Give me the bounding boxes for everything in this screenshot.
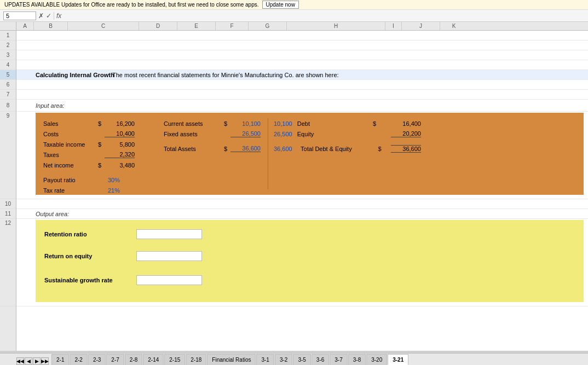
tab-3-2[interactable]: 3-2 — [275, 354, 292, 365]
tab-3-5[interactable]: 3-5 — [293, 354, 310, 365]
debt-dollar: $ — [373, 120, 379, 127]
tab-2-7[interactable]: 2-7 — [106, 354, 124, 365]
row-num-1: 1 — [0, 31, 16, 40]
row-7 — [16, 90, 588, 100]
col-header-D[interactable]: D — [139, 22, 177, 30]
col-header-H[interactable]: H — [287, 22, 385, 30]
taxes-label: Taxes — [43, 152, 98, 158]
payout-ratio-value: 30% — [98, 177, 120, 183]
row-1 — [16, 31, 588, 40]
formula-icon-check: ✓ — [46, 12, 51, 20]
payout-ratio-row: Payout ratio 30% — [43, 175, 153, 185]
current-assets-value: 10,100 — [230, 120, 261, 127]
equity-asset-ref: 26,500 — [274, 131, 292, 137]
tab-3-20[interactable]: 3-20 — [366, 354, 387, 365]
spreadsheet-content: Calculating Internal Growth The most rec… — [16, 31, 588, 351]
costs-label: Costs — [43, 131, 98, 137]
row-num-3: 3 — [0, 50, 16, 60]
col-header-B[interactable]: B — [34, 22, 68, 30]
tab-nav-prev[interactable]: ◀ — [25, 357, 32, 365]
tab-3-21-active[interactable]: 3-21 — [388, 354, 408, 365]
equity-row: 26,500 Equity 20,200 — [274, 129, 421, 139]
tab-3-1[interactable]: 3-1 — [256, 354, 274, 365]
col-header-J[interactable]: J — [402, 22, 440, 30]
tab-3-7[interactable]: 3-7 — [330, 354, 347, 365]
formula-bar: ✗ ✓ fx — [0, 10, 588, 22]
retention-ratio-input[interactable] — [136, 229, 202, 239]
total-assets-dollar: $ — [224, 146, 230, 152]
row-num-yellow: 12 — [0, 219, 16, 306]
taxable-income-dollar: $ — [98, 141, 105, 148]
sustainable-growth-input[interactable] — [136, 275, 202, 285]
col-header-K[interactable]: K — [440, 22, 468, 30]
row-num-11: 11 — [0, 209, 16, 219]
yellow-box-row: Retention ratio Return on equity Sus — [16, 219, 588, 306]
tab-2-8[interactable]: 2-8 — [125, 354, 142, 365]
update-now-button[interactable]: Update now — [262, 1, 299, 9]
col-header-A[interactable]: A — [16, 22, 34, 30]
return-on-equity-input[interactable] — [136, 251, 202, 261]
update-notification-bar: UPDATES AVAILABLE Updates for Office are… — [0, 0, 588, 10]
row-2 — [16, 40, 588, 50]
row-3 — [16, 50, 588, 60]
tab-2-2[interactable]: 2-2 — [70, 354, 87, 365]
debt-label: 10,100 Debt — [274, 120, 361, 127]
taxes-row: Taxes 2,320 — [43, 149, 153, 160]
tab-2-3[interactable]: 2-3 — [88, 354, 106, 365]
fixed-assets-row: Fixed assets 26,500 — [164, 129, 262, 139]
total-de-row: 36,600 Total Debt & Equity $ 36,600 — [274, 143, 421, 154]
row-num-6: 6 — [0, 80, 16, 90]
name-box[interactable] — [3, 11, 36, 20]
fixed-assets-value: 26,500 — [230, 130, 261, 137]
sustainable-growth-label: Sustainable growth rate — [44, 277, 132, 283]
column-headers: A B C D E F G H I J K — [0, 22, 588, 31]
tab-nav-next[interactable]: ▶ — [33, 357, 41, 365]
title-subtitle: The most recent financial statements for… — [111, 72, 588, 78]
current-assets-label: Current assets — [164, 120, 224, 127]
formula-input[interactable] — [64, 13, 585, 19]
row-10 — [16, 199, 588, 209]
yellow-box: Retention ratio Return on equity Sus — [36, 220, 584, 302]
col-header-F[interactable]: F — [216, 22, 249, 30]
equity-debt-section: 10,100 Debt $ 16,400 26,500 Equity — [268, 118, 421, 189]
return-on-equity-row: Return on equity — [44, 248, 575, 264]
tab-nav-buttons: ◀◀ ◀ ▶ ▶▶ — [16, 357, 51, 365]
tab-2-15[interactable]: 2-15 — [164, 354, 185, 365]
tab-2-14[interactable]: 2-14 — [143, 354, 164, 365]
tab-3-8[interactable]: 3-8 — [348, 354, 366, 365]
col-header-E[interactable]: E — [177, 22, 216, 30]
tab-2-18[interactable]: 2-18 — [186, 354, 206, 365]
income-statement-section: Sales $ 16,200 Costs 10,400 Taxable i — [43, 118, 153, 189]
net-income-dollar: $ — [98, 162, 105, 169]
row-num-10: 10 — [0, 199, 16, 209]
formula-icon-fx: fx — [54, 12, 61, 20]
sales-value: 16,200 — [105, 120, 135, 127]
fixed-assets-label: Fixed assets — [164, 131, 224, 137]
tab-nav-last[interactable]: ▶▶ — [41, 357, 49, 365]
col-header-I[interactable]: I — [385, 22, 402, 30]
retention-ratio-row: Retention ratio — [44, 227, 575, 242]
row-numbers: 1 2 3 4 5 6 7 8 9 10 11 12 — [0, 31, 16, 351]
col-header-G[interactable]: G — [249, 22, 287, 30]
assets-section: Current assets $ 10,100 Fixed assets 26,… — [158, 118, 262, 189]
col-header-C[interactable]: C — [68, 22, 139, 30]
equity-value: 20,200 — [391, 130, 421, 137]
sales-row: Sales $ 16,200 — [43, 118, 153, 129]
orange-box: Sales $ 16,200 Costs 10,400 Taxable i — [36, 113, 584, 195]
tax-rate-row: Tax rate 21% — [43, 185, 153, 195]
net-income-label: Net income — [43, 162, 98, 169]
row-num-2: 2 — [0, 40, 16, 50]
total-de-label: Total Debt & Equity — [301, 146, 372, 152]
equity-label-row: 26,500 Equity — [274, 131, 361, 137]
sales-label: Sales — [43, 120, 98, 127]
tax-rate-value: 21% — [98, 187, 120, 194]
tab-3-6[interactable]: 3-6 — [312, 354, 329, 365]
title-label: Calculating Internal Growth — [34, 72, 111, 78]
taxable-income-value: 5,800 — [105, 141, 135, 148]
row-6 — [16, 80, 588, 90]
formula-icon-cross: ✗ — [38, 12, 44, 20]
tab-nav-first[interactable]: ◀◀ — [16, 357, 24, 365]
tab-financial-ratios[interactable]: Financial Ratios — [207, 354, 256, 365]
tax-rate-label: Tax rate — [43, 187, 98, 194]
tab-2-1[interactable]: 2-1 — [51, 354, 69, 365]
